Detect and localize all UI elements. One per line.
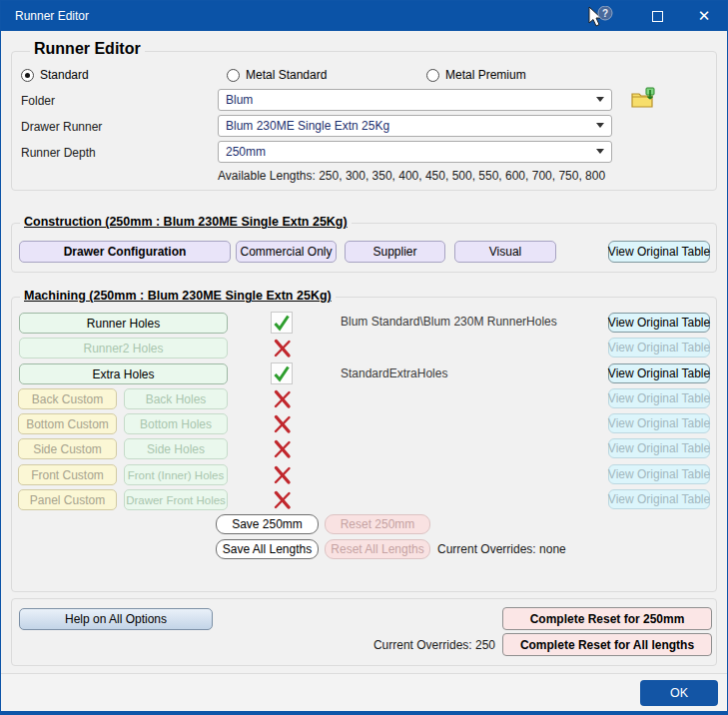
check-icon: [271, 312, 293, 334]
radio-metal-premium[interactable]: Metal Premium: [426, 68, 526, 82]
cross-icon: [273, 439, 293, 459]
available-lengths-text: Available Lengths: 250, 300, 350, 400, 4…: [218, 169, 605, 183]
front-custom-button: Front Custom: [18, 464, 117, 485]
complete-reset-250mm-button[interactable]: Complete Reset for 250mm: [502, 607, 712, 630]
back-holes-view-original-table-button: View Original Table: [608, 388, 710, 408]
cross-icon: [273, 414, 293, 434]
drawer-configuration-button[interactable]: Drawer Configuration: [19, 241, 231, 263]
runner-holes-button[interactable]: Runner Holes: [19, 313, 228, 334]
cross-icon: [273, 465, 293, 485]
front-inner-holes-view-original-table-button: View Original Table: [608, 464, 710, 484]
ok-button[interactable]: OK: [640, 680, 718, 706]
dropdown-arrow-icon: [596, 97, 604, 102]
radio-unselected-icon: [227, 69, 240, 82]
runner-holes-source-text: Blum Standard\Blum 230M RunnerHoles: [341, 315, 557, 329]
close-icon: ✕: [698, 7, 711, 25]
drawer-front-holes-button: Drawer Front Holes: [124, 489, 228, 510]
side-holes-view-original-table-button: View Original Table: [608, 438, 710, 458]
cross-icon: [273, 490, 293, 510]
dialog-body: Runner Editor Standard Metal Standard Me…: [1, 31, 727, 711]
runner-depth-select[interactable]: 250mm: [218, 141, 612, 163]
save-250mm-button[interactable]: Save 250mm: [216, 514, 319, 534]
radio-standard-label: Standard: [40, 68, 89, 82]
drawer-front-holes-view-original-table-button: View Original Table: [608, 489, 710, 509]
folder-label: Folder: [21, 94, 55, 108]
reset-all-lengths-button: Reset All Lengths: [325, 539, 430, 559]
svg-text:?: ?: [602, 8, 608, 19]
radio-metal-standard[interactable]: Metal Standard: [227, 68, 327, 82]
check-icon: [271, 362, 293, 384]
folder-select-value: Blum: [226, 93, 253, 107]
radio-selected-icon: [21, 69, 34, 82]
runner-holes-view-original-table-button[interactable]: View Original Table: [608, 313, 710, 333]
construction-view-original-table-button[interactable]: View Original Table: [608, 241, 710, 263]
extra-holes-source-text: StandardExtraHoles: [341, 366, 447, 380]
maximize-icon: [652, 11, 663, 22]
radio-standard[interactable]: Standard: [21, 68, 89, 82]
reset-250mm-button: Reset 250mm: [325, 514, 430, 534]
panel-custom-button: Panel Custom: [18, 489, 117, 510]
runner-depth-select-value: 250mm: [226, 145, 266, 159]
construction-group-title: Construction (250mm : Blum 230ME Single …: [20, 215, 352, 229]
bottom-custom-button: Bottom Custom: [18, 413, 117, 434]
bottom-holes-view-original-table-button: View Original Table: [608, 413, 710, 433]
drawer-runner-select-value: Blum 230ME Single Extn 25Kg: [226, 119, 389, 133]
runner2-holes-button: Runner2 Holes: [19, 338, 228, 358]
help-on-all-options-button[interactable]: Help on All Options: [19, 608, 213, 630]
complete-reset-all-lengths-button[interactable]: Complete Reset for All lengths: [502, 633, 712, 656]
cross-icon: [273, 389, 293, 409]
save-all-lengths-button[interactable]: Save All Lengths: [216, 539, 319, 559]
side-holes-button: Side Holes: [124, 438, 228, 459]
bottom-holes-button: Bottom Holes: [124, 413, 228, 434]
maximize-button[interactable]: [640, 1, 674, 31]
extra-holes-button[interactable]: Extra Holes: [19, 363, 228, 384]
visual-button[interactable]: Visual: [454, 241, 556, 263]
runner-editor-dialog: Runner Editor ? ✕ Runner Editor Standard…: [0, 0, 728, 715]
help-cursor-icon: ?: [586, 6, 620, 32]
dropdown-arrow-icon: [596, 123, 604, 128]
runner-editor-group-title: Runner Editor: [30, 40, 145, 58]
browse-folder-button[interactable]: [630, 87, 658, 111]
machining-overrides-text: Current Overrides: none: [437, 542, 566, 556]
radio-unselected-icon: [426, 69, 439, 82]
divider: [1, 673, 727, 674]
back-holes-button: Back Holes: [124, 388, 228, 409]
cross-icon: [273, 339, 293, 358]
runner-depth-label: Runner Depth: [21, 146, 96, 160]
side-custom-button: Side Custom: [18, 438, 117, 459]
supplier-button[interactable]: Supplier: [345, 241, 445, 263]
bottom-strip: [1, 674, 727, 711]
back-custom-button: Back Custom: [18, 388, 117, 409]
dropdown-arrow-icon: [596, 149, 604, 154]
titlebar: Runner Editor ? ✕: [1, 1, 727, 31]
runner2-holes-view-original-table-button: View Original Table: [608, 338, 710, 358]
radio-metal-standard-label: Metal Standard: [246, 68, 327, 82]
extra-holes-view-original-table-button[interactable]: View Original Table: [608, 363, 710, 383]
drawer-runner-select[interactable]: Blum 230ME Single Extn 25Kg: [218, 115, 612, 137]
machining-group-title: Machining (250mm : Blum 230ME Single Ext…: [20, 289, 336, 303]
folder-select[interactable]: Blum: [218, 89, 612, 111]
radio-metal-premium-label: Metal Premium: [445, 68, 526, 82]
footer-overrides-text: Current Overrides: 250: [370, 638, 495, 652]
front-inner-holes-button: Front (Inner) Holes: [124, 464, 228, 485]
drawer-runner-label: Drawer Runner: [21, 120, 102, 134]
close-button[interactable]: ✕: [686, 1, 722, 31]
window-title: Runner Editor: [1, 9, 89, 23]
commercial-only-button[interactable]: Commercial Only: [236, 241, 337, 263]
